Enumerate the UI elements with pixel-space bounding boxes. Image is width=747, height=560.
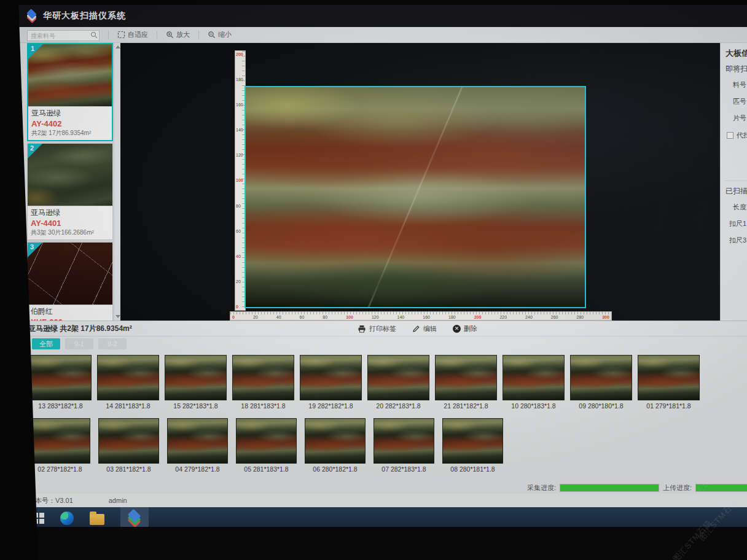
print-label-button[interactable]: 打印标签	[358, 324, 396, 333]
piece-image[interactable]	[29, 418, 90, 464]
ruler-tick-label: 80	[323, 315, 327, 319]
piece-label: 10 280*183*1.8	[503, 402, 565, 410]
checkbox-icon[interactable]	[727, 132, 733, 139]
slab-thumbnail-image[interactable]	[28, 144, 112, 206]
ruler-tick-label: 60	[300, 315, 305, 319]
piece-image[interactable]	[165, 355, 227, 400]
rack-tab[interactable]: 9-2	[98, 338, 127, 349]
piece-thumbnail[interactable]: 07 282*183*1.8	[374, 418, 434, 473]
ruler-tick-label: 80	[236, 204, 244, 208]
delete-button-text: 删除	[464, 324, 477, 333]
ruler-tick-label: 160	[236, 103, 244, 107]
capture-progress-fill	[560, 484, 659, 491]
piece-label: 09 280*180*1.8	[570, 402, 632, 410]
slab-thumbnail-image[interactable]	[28, 243, 112, 305]
piece-thumbnail[interactable]: 10 280*183*1.8	[503, 355, 565, 410]
sidebar-scrollbar[interactable]	[114, 43, 120, 321]
slab-scan-image[interactable]	[244, 86, 586, 308]
piece-image[interactable]	[98, 418, 159, 464]
piece-image[interactable]	[236, 418, 297, 464]
info-field-row: 匹号	[725, 96, 747, 107]
piece-image[interactable]	[442, 418, 503, 464]
scroll-up-icon[interactable]	[115, 45, 120, 49]
piece-thumbnail[interactable]: 02 278*182*1.8	[29, 418, 90, 473]
ruler-tick-label: 200	[236, 52, 244, 56]
ruler-tick-label: 240	[525, 315, 533, 319]
app-title: 华研大板扫描仪系统	[43, 10, 126, 21]
piece-image[interactable]	[570, 355, 632, 400]
piece-label: 08 280*181*1.8	[442, 465, 503, 473]
piece-image[interactable]	[300, 355, 362, 400]
piece-label: 01 279*181*1.8	[638, 402, 700, 410]
selection-info-bar: 亚马逊绿 共2架 17片86.9354m² 打印标签 编辑 ✕ 删除	[9, 321, 747, 336]
piece-thumbnail[interactable]: 01 279*181*1.8	[638, 355, 700, 410]
slab-thumbnail-image[interactable]	[28, 44, 112, 107]
piece-thumbnail[interactable]: 13 283*182*1.8	[29, 355, 92, 410]
piece-image[interactable]	[435, 355, 497, 400]
slab-code: AY-4401	[31, 219, 109, 228]
slab-item-text: 伯爵红 XHF-300 共2架 4片14.3114m²	[28, 305, 112, 321]
slab-list-item[interactable]: 3 伯爵红 XHF-300 共2架 4片14.3114m²	[27, 242, 113, 321]
ruler-tick-label: 120	[372, 315, 379, 319]
ruler-tick-label: 160	[423, 315, 430, 319]
search-input[interactable]	[27, 30, 100, 41]
piece-image[interactable]	[374, 418, 434, 464]
piece-image[interactable]	[367, 355, 429, 400]
title-bar: 华研大板扫描仪系统	[9, 5, 747, 27]
file-explorer-icon[interactable]	[90, 514, 104, 525]
piece-thumbnail[interactable]: 20 282*183*1.8	[367, 355, 429, 410]
ruler-tick-label: 180	[236, 77, 244, 82]
start-button-icon[interactable]	[33, 513, 44, 524]
piece-thumbnail[interactable]: 03 281*182*1.8	[98, 418, 159, 473]
zoom-out-button[interactable]: 缩小	[208, 30, 232, 39]
scan-checkbox-row[interactable]: 代扫描	[727, 131, 747, 140]
piece-thumbnail[interactable]: 09 280*180*1.8	[570, 355, 632, 410]
piece-thumbnail[interactable]: 08 280*181*1.8	[442, 418, 503, 473]
piece-image[interactable]	[97, 355, 159, 400]
piece-image[interactable]	[167, 418, 228, 464]
piece-row-2: 02 278*182*1.8 03 281*182*1.8 04 279*182…	[29, 418, 747, 473]
edge-browser-icon[interactable]	[60, 511, 74, 525]
delete-button[interactable]: ✕ 删除	[453, 324, 477, 333]
slab-item-text: 亚马逊绿 AY-4401 共3架 30片166.2686m²	[28, 206, 112, 239]
piece-label: 13 283*182*1.8	[29, 402, 92, 410]
fit-button[interactable]: 自适应	[117, 30, 148, 39]
slab-list-item[interactable]: 2 亚马逊绿 AY-4401 共3架 30片166.2686m²	[27, 143, 113, 240]
piece-image[interactable]	[305, 418, 366, 464]
zoom-in-button-label: 放大	[176, 30, 190, 39]
slab-list-sidebar: 1 亚马逊绿 AY-4402 共2架 17片86.9354m² 2	[27, 43, 120, 321]
piece-thumbnail[interactable]: 15 282*183*1.8	[165, 355, 227, 410]
piece-image[interactable]	[29, 355, 92, 400]
rack-tab[interactable]: 9-1	[65, 338, 93, 349]
piece-label: 21 281*182*1.8	[435, 402, 497, 410]
piece-thumbnail[interactable]: 19 282*182*1.8	[300, 355, 362, 410]
piece-thumbnail[interactable]: 14 281*183*1.8	[97, 355, 159, 410]
logged-in-user: admin	[109, 497, 127, 504]
piece-label: 15 282*183*1.8	[165, 402, 227, 410]
scanned-group-label: 已扫描大板	[725, 186, 747, 196]
piece-thumbnail[interactable]: 05 281*183*1.8	[236, 418, 297, 473]
zoom-out-icon	[208, 31, 216, 39]
field-label: 扣尺1	[725, 219, 746, 228]
piece-image[interactable]	[232, 355, 294, 400]
rack-tab[interactable]: 全部	[32, 338, 60, 349]
piece-thumbnail[interactable]: 06 280*182*1.8	[305, 418, 366, 473]
monitor-photo: 华研大板扫描仪系统 自适应 放大 缩小	[0, 0, 747, 560]
piece-image[interactable]	[638, 355, 700, 400]
scanner-app-taskbar-button[interactable]	[120, 507, 149, 527]
piece-thumbnail[interactable]: 21 281*182*1.8	[435, 355, 497, 410]
piece-thumbnail[interactable]: 04 279*182*1.8	[167, 418, 228, 473]
zoom-in-button[interactable]: 放大	[166, 30, 190, 39]
piece-row-1: 13 283*182*1.8 14 281*183*1.8 15 282*183…	[29, 355, 747, 410]
edit-button[interactable]: 编辑	[412, 324, 437, 333]
ruler-tick-label: 140	[397, 315, 405, 319]
piece-thumbnail[interactable]: 18 281*183*1.8	[232, 355, 294, 410]
slab-actions: 打印标签 编辑 ✕ 删除	[358, 324, 477, 333]
scan-viewer[interactable]: 200180160140120100806040200 020406080100…	[120, 43, 720, 321]
slab-list-item[interactable]: 1 亚马逊绿 AY-4402 共2架 17片86.9354m²	[27, 43, 113, 141]
scanner-app-icon	[127, 510, 143, 526]
piece-image[interactable]	[503, 355, 565, 400]
slab-index-badge-number: 3	[30, 243, 34, 251]
slab-index-badge-number: 1	[31, 45, 34, 52]
scroll-down-icon[interactable]	[115, 315, 120, 318]
